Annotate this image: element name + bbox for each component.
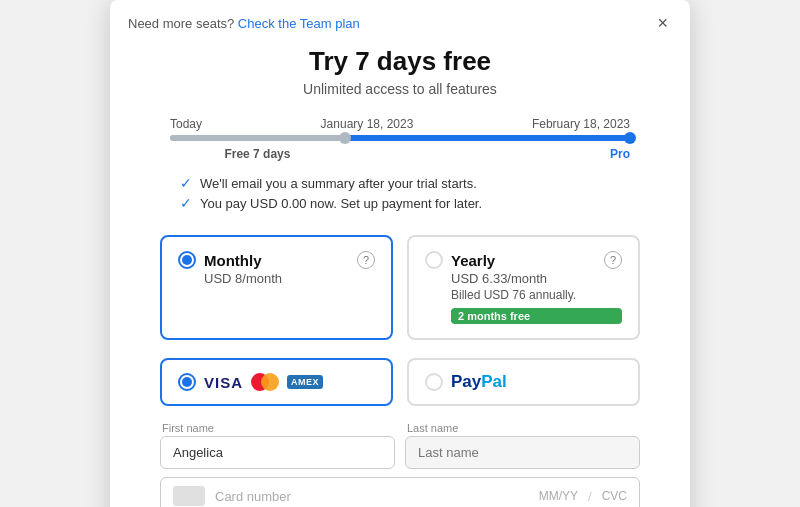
check-item-1: ✓ We'll email you a summary after your t… (180, 175, 620, 191)
card-number-placeholder: Card number (215, 489, 529, 504)
phase-pro-label: Pro (345, 147, 630, 161)
plan-yearly-radio-label: Yearly (425, 251, 495, 269)
timeline-dot-left (339, 132, 351, 144)
card-cvc: CVC (602, 489, 627, 503)
timeline-pro-segment (345, 135, 630, 141)
amex-logo: AMEX (287, 375, 323, 389)
first-name-input[interactable] (160, 436, 395, 469)
timeline-label-jan: January 18, 2023 (321, 117, 414, 131)
plan-monthly-name: Monthly (204, 252, 262, 269)
visa-logo: VISA (204, 374, 243, 391)
timeline: Today January 18, 2023 February 18, 2023… (110, 107, 690, 165)
paypal-pay-text: Pay (451, 372, 481, 391)
team-plan-link[interactable]: Check the Team plan (238, 16, 360, 31)
timeline-bar (170, 135, 630, 141)
plan-monthly-radio-label: Monthly (178, 251, 262, 269)
timeline-label-feb: February 18, 2023 (532, 117, 630, 131)
payment-paypal-radio[interactable] (425, 373, 443, 391)
checklist: ✓ We'll email you a summary after your t… (110, 165, 690, 225)
payment-card-radio[interactable] (178, 373, 196, 391)
first-name-field-wrapper: First name (160, 422, 395, 469)
top-bar: Need more seats? Check the Team plan × (110, 0, 690, 42)
header: Try 7 days free Unlimited access to all … (110, 42, 690, 107)
plan-yearly-header: Yearly ? (425, 251, 622, 269)
plan-yearly-billed: Billed USD 76 annually. (451, 288, 622, 302)
first-name-label: First name (160, 422, 395, 434)
check-item-2: ✓ You pay USD 0.00 now. Set up payment f… (180, 195, 620, 211)
paypal-pal-text: Pal (481, 372, 507, 391)
plan-yearly-name: Yearly (451, 252, 495, 269)
payment-methods: VISA AMEX PayPal (110, 350, 690, 414)
mastercard-logo (251, 373, 279, 391)
payment-paypal-option[interactable]: PayPal (407, 358, 640, 406)
last-name-label: Last name (405, 422, 640, 434)
card-icon (173, 486, 205, 506)
page-title: Try 7 days free (130, 46, 670, 77)
timeline-phase-labels: Free 7 days Pro (170, 147, 630, 161)
plan-yearly-badge: 2 months free (451, 308, 622, 324)
need-more-seats-text: Need more seats? Check the Team plan (128, 16, 360, 31)
plan-yearly[interactable]: Yearly ? USD 6.33/month Billed USD 76 an… (407, 235, 640, 340)
plan-monthly-radio[interactable] (178, 251, 196, 269)
timeline-labels: Today January 18, 2023 February 18, 2023 (170, 117, 630, 131)
check-icon-2: ✓ (180, 195, 192, 211)
phase-free-label: Free 7 days (170, 147, 345, 161)
timeline-dot-right (624, 132, 636, 144)
form-fields: First name Last name Card number MM/YY /… (110, 414, 690, 507)
close-button[interactable]: × (653, 12, 672, 34)
check-text-2: You pay USD 0.00 now. Set up payment for… (200, 196, 482, 211)
plan-options: Monthly ? USD 8/month Yearly ? USD 6.33/… (110, 225, 690, 350)
card-separator: / (588, 489, 592, 504)
paypal-logo: PayPal (451, 372, 507, 392)
plan-monthly-header: Monthly ? (178, 251, 375, 269)
need-more-seats-label: Need more seats? (128, 16, 234, 31)
plan-yearly-price: USD 6.33/month (451, 271, 622, 286)
payment-card-option[interactable]: VISA AMEX (160, 358, 393, 406)
last-name-input[interactable] (405, 436, 640, 469)
modal: Need more seats? Check the Team plan × T… (110, 0, 690, 507)
name-row: First name Last name (160, 422, 640, 469)
plan-monthly[interactable]: Monthly ? USD 8/month (160, 235, 393, 340)
plan-monthly-price: USD 8/month (204, 271, 375, 286)
last-name-field-wrapper: Last name (405, 422, 640, 469)
plan-yearly-radio[interactable] (425, 251, 443, 269)
card-row: Card number MM/YY / CVC (160, 477, 640, 507)
check-icon-1: ✓ (180, 175, 192, 191)
timeline-free-segment (170, 135, 345, 141)
plan-yearly-help-icon[interactable]: ? (604, 251, 622, 269)
mc-circle-orange (261, 373, 279, 391)
timeline-label-today: Today (170, 117, 202, 131)
plan-monthly-help-icon[interactable]: ? (357, 251, 375, 269)
check-text-1: We'll email you a summary after your tri… (200, 176, 477, 191)
card-expiry: MM/YY (539, 489, 578, 503)
card-number-field[interactable]: Card number MM/YY / CVC (160, 477, 640, 507)
page-subtitle: Unlimited access to all features (130, 81, 670, 97)
